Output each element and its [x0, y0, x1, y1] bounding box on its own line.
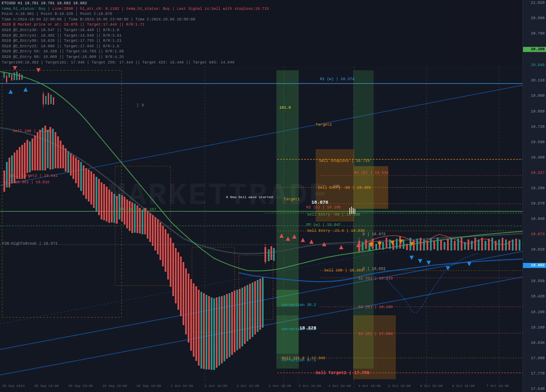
svg-rect-203 — [62, 145, 64, 168]
svg-rect-120 — [382, 242, 384, 250]
svg-rect-249 — [180, 257, 182, 316]
svg-text:18.876: 18.876 — [311, 200, 328, 205]
svg-rect-223 — [113, 194, 115, 223]
svg-rect-144 — [464, 242, 466, 250]
svg-text:18.328: 18.328 — [299, 326, 317, 331]
svg-rect-224 — [116, 196, 118, 224]
svg-rect-184 — [14, 153, 15, 183]
svg-text:29 Sep 10:00: 29 Sep 10:00 — [68, 384, 93, 388]
header-line10: S%20 @C_Entry 50: 19.188 || Target:16.70… — [2, 49, 521, 55]
svg-rect-82 — [276, 315, 299, 354]
svg-rect-261 — [211, 297, 212, 370]
svg-rect-273 — [241, 288, 243, 346]
svg-rect-132 — [423, 239, 425, 251]
svg-rect-259 — [206, 295, 207, 369]
svg-text:Target1: Target1 — [284, 197, 300, 202]
header-line6: S%10 @C_Entry38: 18.547 || Target:16.449… — [2, 28, 521, 33]
svg-text:6 Oct 02:00: 6 Oct 02:00 — [420, 384, 443, 388]
svg-text:7 Oct 10:00: 7 Oct 10:00 — [486, 384, 509, 388]
svg-text:4 Oct 18:00: 4 Oct 18:00 — [358, 384, 381, 388]
svg-rect-197 — [47, 130, 49, 168]
svg-text:R1 (w)  |  20.374: R1 (w) | 20.374 — [320, 77, 354, 81]
svg-rect-247 — [175, 248, 177, 303]
svg-rect-225 — [119, 194, 120, 219]
svg-rect-193 — [37, 132, 38, 170]
svg-rect-250 — [183, 262, 184, 325]
svg-text:Target2: Target2 — [316, 123, 332, 127]
header-line7: S%10 @C_Entry41: 18.482 || Target:14.949… — [2, 33, 521, 39]
svg-text:0 New Sell wave started: 0 New Sell wave started — [226, 195, 273, 199]
svg-rect-80 — [353, 315, 396, 379]
svg-text:D | 18.972: D | 18.972 — [363, 232, 386, 236]
svg-rect-135 — [433, 241, 435, 249]
svg-rect-93 — [14, 72, 15, 80]
svg-rect-263 — [216, 297, 218, 368]
svg-rect-106 — [53, 97, 54, 105]
svg-rect-140 — [450, 238, 452, 251]
svg-text:2 Oct 02:00: 2 Oct 02:00 — [237, 384, 259, 388]
svg-rect-189 — [26, 140, 28, 173]
svg-rect-278 — [254, 281, 256, 334]
svg-rect-281 — [262, 277, 264, 328]
svg-text:Sell 18.961 | 19.816: Sell 18.961 | 19.816 — [3, 180, 49, 184]
svg-text:Sell Stoploss  | 19.715: Sell Stoploss | 19.715 — [319, 159, 370, 163]
svg-rect-220 — [106, 187, 107, 222]
header-line2: tema_h1_status: Buy | Line:2898 | h1_atr… — [2, 6, 521, 12]
svg-rect-208 — [75, 158, 77, 183]
svg-rect-139 — [447, 239, 449, 251]
svg-text:Sell Entry -50 | 19.188: Sell Entry -50 | 19.188 — [307, 213, 360, 217]
svg-rect-202 — [60, 141, 61, 168]
svg-text:5 Oct 10:00: 5 Oct 10:00 — [388, 384, 411, 388]
svg-rect-214 — [90, 171, 92, 205]
svg-text:2 Oct 18:00: 2 Oct 18:00 — [269, 384, 291, 388]
svg-rect-153 — [495, 241, 497, 250]
svg-rect-222 — [111, 192, 113, 222]
svg-rect-253 — [190, 279, 192, 351]
svg-rect-91 — [9, 73, 10, 78]
svg-text:PP (MN) | 19.157: PP (MN) | 19.157 — [119, 208, 156, 212]
header-line4: Time A:2024.10.04 22:00:00 | Time B:2024… — [2, 17, 521, 23]
svg-text:Sell Target2 | 19.541: Sell Target2 | 19.541 — [9, 174, 58, 178]
svg-rect-110 — [270, 246, 272, 260]
svg-rect-219 — [103, 184, 105, 220]
price-axis: 21.020 20.890 20.760 20.388 20.046 20.11… — [523, 0, 546, 392]
svg-rect-239 — [154, 217, 156, 251]
svg-text:| V: | V — [136, 103, 144, 108]
svg-rect-280 — [259, 279, 261, 330]
svg-rect-262 — [213, 298, 215, 370]
svg-rect-96 — [21, 75, 23, 80]
svg-rect-268 — [229, 293, 230, 357]
svg-rect-272 — [239, 289, 241, 349]
svg-rect-279 — [257, 280, 258, 332]
svg-rect-114 — [362, 242, 363, 251]
svg-rect-194 — [39, 130, 41, 170]
svg-text:Sell 161.8 | 17.945: Sell 161.8 | 17.945 — [282, 356, 325, 360]
svg-rect-133 — [427, 241, 428, 250]
svg-rect-216 — [96, 177, 97, 212]
svg-rect-137 — [440, 239, 442, 250]
svg-rect-115 — [365, 239, 367, 249]
svg-rect-270 — [234, 291, 235, 352]
svg-rect-130 — [416, 239, 418, 251]
svg-text:6 Oct 18:00: 6 Oct 18:00 — [452, 384, 475, 388]
svg-rect-274 — [244, 286, 246, 344]
svg-rect-277 — [252, 282, 253, 337]
svg-rect-236 — [147, 211, 148, 239]
svg-rect-215 — [93, 174, 95, 208]
svg-rect-159 — [515, 239, 517, 251]
svg-rect-235 — [144, 208, 146, 234]
svg-text:Sell Entry -23.6 | 19.038: Sell Entry -23.6 | 19.038 — [307, 229, 365, 233]
svg-rect-238 — [152, 215, 154, 246]
svg-text:S3 (D)  | 17.886: S3 (D) | 17.886 — [358, 332, 393, 336]
svg-text:Sell 100 | 18.363: Sell 100 | 18.363 — [324, 268, 363, 273]
svg-text:Sell Entry -88 | 19.409: Sell Entry -88 | 19.409 — [318, 186, 371, 190]
svg-text:D | 18.652: D | 18.652 — [363, 267, 386, 271]
svg-text:S2 (D)  | 18.109: S2 (D) | 18.109 — [358, 305, 393, 309]
svg-rect-131 — [420, 238, 421, 251]
svg-rect-154 — [498, 239, 500, 251]
svg-rect-141 — [454, 241, 456, 250]
svg-text:correction 38.2: correction 38.2 — [282, 303, 316, 307]
header-line9: S%10 @C_Entry23: 19.086 || Target:17.945… — [2, 44, 521, 49]
svg-rect-149 — [481, 238, 483, 251]
svg-rect-204 — [65, 148, 67, 172]
